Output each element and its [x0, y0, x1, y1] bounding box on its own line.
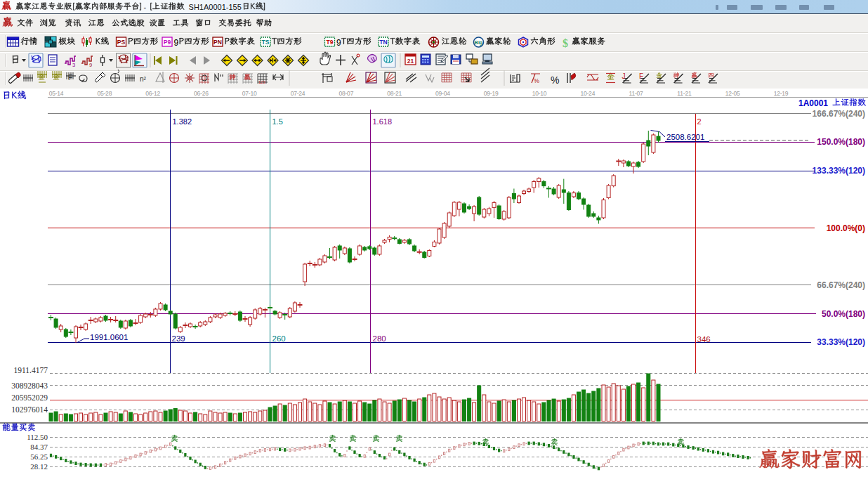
svg-text:3: 3: [72, 62, 75, 68]
svg-text:TN: TN: [379, 39, 387, 46]
svg-text:21: 21: [407, 58, 414, 65]
svg-text:$: $: [563, 37, 568, 49]
svg-text:F: F: [639, 72, 643, 80]
svg-text:9: 9: [89, 62, 92, 68]
svg-text:%: %: [551, 74, 559, 86]
svg-text:J: J: [622, 72, 626, 80]
svg-text:TS: TS: [262, 39, 270, 46]
svg-text:PN: PN: [213, 39, 222, 46]
svg-text:P9: P9: [164, 39, 171, 46]
svg-text:Big: Big: [475, 40, 482, 46]
svg-text:n²: n²: [140, 75, 147, 83]
svg-text:%: %: [534, 77, 539, 84]
svg-text:T9: T9: [327, 39, 334, 46]
svg-text:123: 123: [258, 80, 266, 84]
svg-text:PS: PS: [117, 39, 126, 46]
